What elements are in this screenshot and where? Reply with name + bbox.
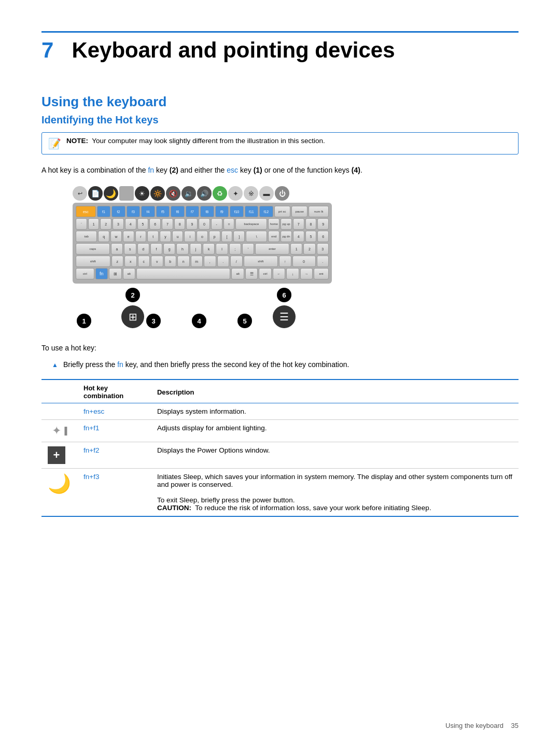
note-icon: 📝 bbox=[48, 137, 61, 150]
desc-cell-f1: Adjusts display for ambient lighting. bbox=[151, 420, 519, 442]
col-desc-header: Description bbox=[151, 379, 519, 403]
kb-g: g bbox=[163, 243, 175, 255]
icon-mute: 🔇 bbox=[166, 186, 180, 201]
kb-enter: enter bbox=[255, 243, 289, 255]
combo-cell-f2: fn+f2 bbox=[77, 442, 151, 469]
kb-row-num: ` 1 2 3 4 5 6 7 8 9 0 - = backspace home… bbox=[76, 218, 329, 230]
triangle-icon: ▲ bbox=[52, 361, 58, 369]
kb-j: j bbox=[190, 243, 202, 255]
col-combo-header: Hot key combination bbox=[77, 379, 151, 403]
callout-2: 2 bbox=[125, 288, 140, 302]
kb-e: e bbox=[123, 231, 134, 242]
keyboard-visual: esc f1 f2 f3 f4 f5 f6 f7 f8 f9 f10 f11 f… bbox=[73, 203, 332, 284]
kb-arrowright: → bbox=[300, 268, 313, 279]
kb-f5: f5 bbox=[156, 206, 170, 217]
kb-d: d bbox=[137, 243, 149, 255]
triangle-bullet: ▲ Briefly press the fn key, and then bri… bbox=[52, 360, 519, 369]
kb-a: a bbox=[111, 243, 123, 255]
kb-x: x bbox=[124, 256, 137, 267]
callout-menu-icon: ☰ bbox=[273, 305, 296, 328]
fn-icons-row: ↩ 📄 🌙 ☀ 🔆 🔇 🔉 🔊 ♻ ✦ ※ ▬ ⏻ bbox=[73, 186, 363, 201]
kb-s: s bbox=[124, 243, 136, 255]
kb-lalt: alt bbox=[123, 268, 135, 279]
kb-home: home bbox=[268, 218, 279, 230]
callout-1: 1 bbox=[77, 314, 91, 328]
icon-sun-small: ☀ bbox=[135, 186, 149, 201]
caution-label: CAUTION: bbox=[157, 504, 191, 512]
icon-sun-large: 🔆 bbox=[150, 186, 165, 201]
kb-7: 7 bbox=[162, 218, 173, 230]
table-header-row: Hot key combination Description bbox=[41, 379, 519, 403]
kb-2: 2 bbox=[100, 218, 111, 230]
kb-backspace: backspace bbox=[235, 218, 267, 230]
kb-num: num lk bbox=[309, 206, 329, 217]
subsection-title: Identifying the Hot keys bbox=[41, 114, 519, 126]
icon-cell-f1: ✦ ▐ bbox=[41, 420, 77, 442]
kb-row-fn: esc f1 f2 f3 f4 f5 f6 f7 f8 f9 f10 f11 f… bbox=[76, 206, 329, 217]
kb-f4: f4 bbox=[141, 206, 155, 217]
kb-row-qwerty: tab q w e r t y u i o p [ ] \ end pg dn … bbox=[76, 231, 329, 242]
icon-doc: 📄 bbox=[88, 186, 103, 201]
kb-win: ⊞ bbox=[109, 268, 121, 279]
kb-f10: f10 bbox=[230, 206, 243, 217]
callout-3: 3 bbox=[146, 314, 161, 328]
kb-numlenter: ent bbox=[314, 268, 329, 279]
kb-t: t bbox=[147, 231, 159, 242]
kb-f8: f8 bbox=[200, 206, 214, 217]
kb-f: f bbox=[150, 243, 162, 255]
kb-arrowdown: ↓ bbox=[286, 268, 299, 279]
kb-numl8: 8 bbox=[305, 218, 317, 230]
kb-f11: f11 bbox=[245, 206, 258, 217]
kb-quote: ' bbox=[242, 243, 254, 255]
icon-moon: 🌙 bbox=[104, 186, 118, 201]
page-footer: Using the keyboard 35 bbox=[445, 722, 519, 729]
callout-3-container: 3 bbox=[146, 314, 161, 328]
key-combo-f2: fn+f2 bbox=[83, 446, 99, 454]
icon-wifi: ※ bbox=[244, 186, 258, 201]
combo-cell-f1: fn+f1 bbox=[77, 420, 151, 442]
chapter-header: 7 Keyboard and pointing devices bbox=[41, 31, 519, 63]
desc-cell-f3: Initiates Sleep, which saves your inform… bbox=[151, 469, 519, 517]
kb-rshift: shift bbox=[244, 256, 278, 267]
keyboard-illustration: ↩ 📄 🌙 ☀ 🔆 🔇 🔉 🔊 ♻ ✦ ※ ▬ ⏻ esc f1 f2 f3 f… bbox=[73, 186, 363, 328]
kb-fn: fn bbox=[95, 268, 108, 279]
note-label: NOTE: bbox=[66, 137, 88, 145]
kb-3: 3 bbox=[113, 218, 124, 230]
bullet-text: Briefly press the fn key, and then brief… bbox=[63, 360, 349, 369]
kb-backtick: ` bbox=[76, 218, 87, 230]
combo-cell-esc: fn+esc bbox=[77, 403, 151, 420]
key-combo-f1: fn+f1 bbox=[83, 424, 99, 432]
kb-slash: / bbox=[230, 256, 243, 267]
kb-o: o bbox=[197, 231, 208, 242]
icon-star: ✦ bbox=[228, 186, 243, 201]
kb-b: b bbox=[164, 256, 177, 267]
caution-text: CAUTION: To reduce the risk of informati… bbox=[157, 504, 431, 512]
kb-numl9: 9 bbox=[317, 218, 329, 230]
kb-f7: f7 bbox=[186, 206, 199, 217]
kb-lbracket: [ bbox=[221, 231, 233, 242]
kb-6: 6 bbox=[149, 218, 161, 230]
callout-4-container: 4 bbox=[192, 314, 206, 328]
icon-rect bbox=[119, 186, 134, 201]
desc-f3-line2: To exit Sleep, briefly press the power b… bbox=[157, 496, 295, 504]
kb-w: w bbox=[110, 231, 122, 242]
callout-6: 6 bbox=[277, 288, 291, 302]
hotkey-instruction: To use a hot key: bbox=[41, 344, 519, 352]
callout-win-icon: ⊞ bbox=[121, 305, 144, 328]
kb-numl6: 6 bbox=[317, 231, 329, 242]
callout-4: 4 bbox=[192, 314, 206, 328]
kb-8: 8 bbox=[174, 218, 186, 230]
kb-pgup: pg up bbox=[281, 218, 292, 230]
kb-numl2: 2 bbox=[303, 243, 315, 255]
kb-q: q bbox=[98, 231, 109, 242]
footer-text: Using the keyboard bbox=[445, 722, 503, 729]
esc-key-ref: esc bbox=[227, 166, 238, 174]
power-plus: + bbox=[53, 448, 60, 462]
kb-f9: f9 bbox=[215, 206, 229, 217]
kb-semicolon: ; bbox=[229, 243, 241, 255]
kb-ralt: alt bbox=[231, 268, 244, 279]
kb-f2: f2 bbox=[111, 206, 125, 217]
kb-equal: = bbox=[223, 218, 235, 230]
icon-power: ⏻ bbox=[275, 186, 289, 201]
kb-numl4: 4 bbox=[293, 231, 304, 242]
